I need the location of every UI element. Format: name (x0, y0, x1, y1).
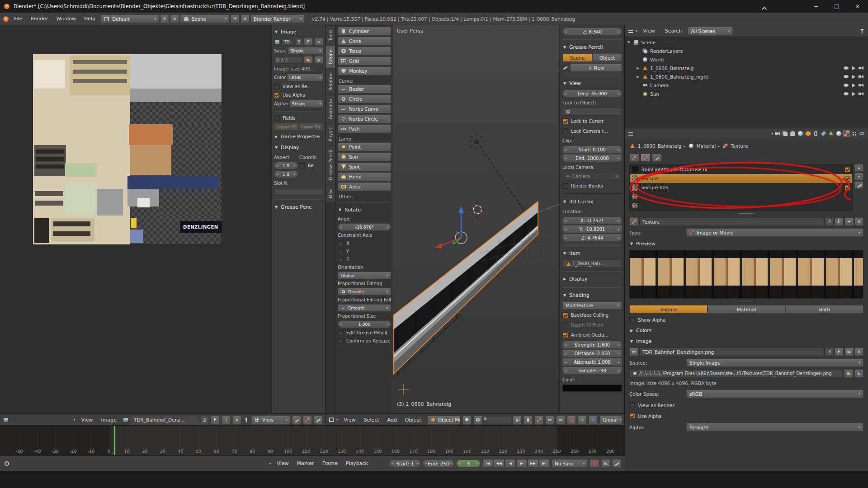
blender-menu-icon[interactable] (3, 16, 9, 22)
tool-tab[interactable]: Grease Pencil (326, 146, 335, 184)
angle-field[interactable]: -35.678° (338, 223, 391, 231)
visibility-eye-icon[interactable] (844, 75, 849, 78)
upper-first-button[interactable]: Upper Fi (274, 123, 299, 131)
breadcrumb-object[interactable]: 1_0600_Bahnsteig (638, 143, 681, 149)
menu-item[interactable]: Playback (342, 456, 372, 471)
draw-channels-button[interactable] (303, 416, 312, 424)
render-border-checkbox[interactable]: Render Border (562, 182, 622, 190)
clip-start-field[interactable]: Start: 0.100 (562, 145, 622, 154)
add-curve-button[interactable]: Nurbs Curve (338, 104, 391, 113)
add-lamp-button[interactable]: Hemi (338, 172, 391, 181)
preview-panel-header[interactable]: ▼Preview (629, 239, 863, 249)
grease-pencil-button[interactable] (314, 416, 323, 424)
add-curve-button[interactable]: Bezier (338, 84, 391, 94)
manipulator-rotate-button[interactable] (578, 416, 587, 424)
move-slot-down-button[interactable]: ▾ (854, 173, 863, 180)
shading-panel-header[interactable]: ▼Shading (562, 291, 622, 300)
view-panel-header[interactable]: ▼View (562, 79, 622, 88)
view-mode-dropdown[interactable]: View▾ (251, 416, 290, 424)
timeline-ruler[interactable]: -50-40-30-20-100102030405060708090100110… (0, 426, 625, 455)
grease-pencil-panel-header[interactable]: ▼Grease Pencil (562, 42, 622, 52)
paint-mode-button[interactable] (292, 416, 301, 424)
tool-tab[interactable]: Relation (326, 69, 335, 94)
uv-image-editor[interactable]: DB DENZLINGEN (0, 25, 271, 413)
colorspace-dropdown[interactable]: sRGB▾ (287, 74, 323, 81)
pin-icon[interactable] (243, 417, 250, 423)
gp-scene-button[interactable]: Scene (562, 53, 592, 62)
unlink-image-button[interactable]: × (232, 416, 241, 424)
axis-y-checkbox[interactable]: Y (338, 248, 391, 255)
image-datablock-field[interactable]: TDR_Bahnhof_Denz... (131, 416, 198, 424)
visibility-eye-icon[interactable] (844, 66, 849, 70)
source-dropdown[interactable]: Single▾ (288, 47, 323, 55)
delete-scene-button[interactable]: × (241, 14, 250, 23)
cursor-y-field[interactable]: Y: -10.8201 (562, 225, 622, 233)
menu-item[interactable]: Frame (318, 456, 342, 471)
selectable-arrow-icon[interactable] (852, 75, 855, 79)
gp-object-button[interactable]: Object (592, 53, 622, 62)
manipulator-scale-button[interactable] (589, 416, 598, 424)
users-count[interactable]: 3 (825, 347, 834, 356)
tool-tab[interactable]: Physic (326, 123, 335, 145)
new-image-button[interactable]: + (222, 416, 231, 424)
ambient-occlusion-checkbox[interactable]: Ambient Occlu... (562, 331, 622, 339)
image-path-field[interactable]: //..\..\..\..\..\Program Files (x86)\Ste… (629, 369, 843, 378)
show-alpha-checkbox[interactable]: Show Alpha (629, 315, 863, 324)
backface-culling-checkbox[interactable]: Backface Culling (562, 311, 622, 319)
properties-tab[interactable] (782, 130, 788, 137)
texture-slot[interactable]: TrainLightMapWithDiffuse.fx (630, 165, 852, 174)
colors-panel-header[interactable]: ▶Colors (629, 326, 863, 335)
view-as-render-checkbox[interactable]: View as Re... (274, 83, 323, 90)
alpha-mode-dropdown[interactable]: Straig▾ (290, 100, 323, 108)
tool-tab[interactable]: Tools (326, 26, 335, 45)
slot-name-field[interactable] (274, 188, 323, 196)
editor-type-button[interactable] (3, 417, 9, 423)
use-alpha-checkbox[interactable]: Use Alpha (274, 91, 323, 99)
item-panel-header[interactable]: ▼Item (562, 249, 622, 258)
display-scope-dropdown[interactable]: All Scenes▾ (688, 27, 733, 35)
image-name-field[interactable]: TDR_Bahnhof_Denzlingen.png (639, 347, 824, 356)
menu-item[interactable]: Image (97, 414, 121, 426)
selectable-arrow-icon[interactable] (852, 66, 855, 70)
texture-slot[interactable]: Texture.005 (630, 183, 852, 192)
selectable-arrow-icon[interactable] (852, 92, 855, 96)
search-menu[interactable]: Search (661, 25, 686, 37)
viewport-3d[interactable]: User Persp (3) 1_0600_Bahnsteig (393, 25, 559, 413)
editor-type-button[interactable] (328, 417, 335, 423)
browse-file-button[interactable] (304, 56, 313, 64)
lock-to-cursor-checkbox[interactable]: Lock to Cursor (562, 117, 622, 126)
menu-item[interactable]: Help (80, 13, 99, 25)
menu-item[interactable]: View (77, 414, 97, 426)
menu-item[interactable]: View (273, 456, 292, 471)
material-textures-button[interactable] (629, 154, 639, 162)
slot-enable-checkbox[interactable] (844, 185, 850, 191)
mode-dropdown[interactable]: Object Mode▾ (427, 416, 461, 424)
transform-orientation-dropdown[interactable]: Global▾ (599, 416, 622, 424)
unlink-image-button[interactable]: × (854, 347, 863, 356)
outliner-item[interactable]: World (627, 55, 866, 64)
image-browse-icon[interactable] (123, 417, 129, 423)
renderable-camera-icon[interactable] (859, 75, 863, 79)
layers-widget[interactable] (484, 418, 511, 422)
slot-specials-button[interactable] (854, 181, 863, 189)
manipulator-translate-button[interactable] (567, 416, 576, 424)
properties-tab[interactable] (828, 130, 835, 137)
ao-strength-field[interactable]: Strength: 1.600 (562, 341, 622, 349)
auto-keyframe-record-button[interactable] (590, 459, 599, 468)
transport-button[interactable]: |◀ (482, 459, 493, 468)
tool-tab[interactable]: Create (326, 46, 335, 68)
properties-tab[interactable] (835, 130, 842, 137)
transport-button[interactable]: ▶| (539, 459, 550, 468)
users-count[interactable]: 2 (295, 38, 302, 46)
outliner-item[interactable]: Camera (627, 81, 866, 89)
texture-name-field[interactable]: Texture (639, 217, 824, 226)
world-textures-button[interactable] (641, 154, 651, 162)
fake-user-button[interactable]: F (211, 416, 220, 424)
snap-toggle-button[interactable] (524, 416, 533, 424)
filter-icon[interactable] (859, 28, 865, 34)
transport-button[interactable]: ◀◀ (494, 459, 505, 468)
transform-z-field[interactable]: Z: 8.340 (562, 28, 622, 36)
texture-type-dropdown[interactable]: Image or Movie▾ (686, 228, 863, 237)
reload-image-button[interactable] (854, 369, 863, 378)
screen-layout-selector[interactable]: Default▾ (100, 14, 159, 23)
